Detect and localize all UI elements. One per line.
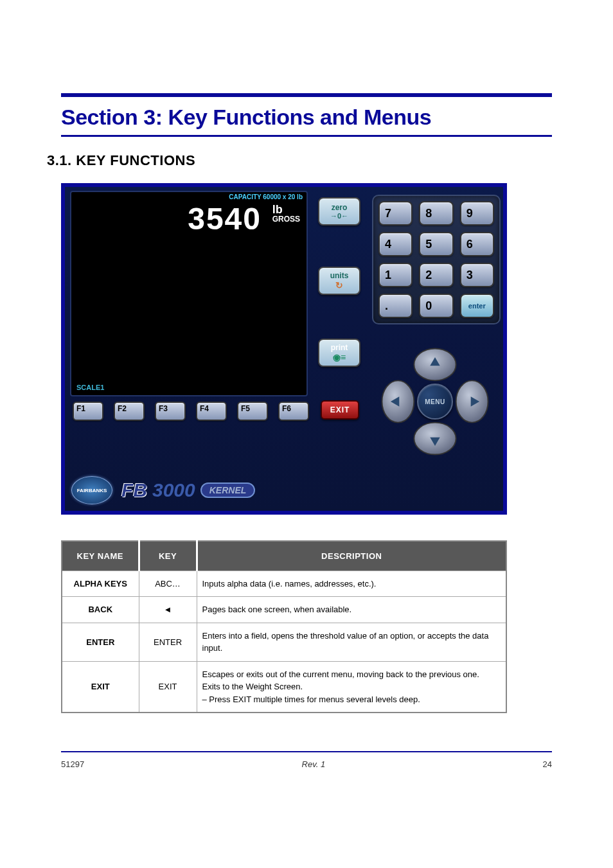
exit-button[interactable]: EXIT: [321, 400, 359, 420]
cell-desc: Pages back one screen, when available.: [197, 597, 506, 623]
function-keys-row: F1 F2 F3 F4 F5 F6: [73, 402, 309, 421]
table-row: ALPHA KEYS ABC… Inputs alpha data (i.e. …: [62, 571, 506, 597]
brand-fb: FB: [121, 479, 147, 501]
key-9[interactable]: 9: [460, 201, 494, 226]
f5-key[interactable]: F5: [237, 402, 268, 421]
footer-revision: Rev. 1: [302, 759, 326, 769]
key-5[interactable]: 5: [419, 232, 453, 256]
footer-page-num: 24: [543, 759, 552, 769]
th-key: KEY: [139, 541, 197, 571]
units-button-label: units: [330, 271, 349, 280]
menu-button[interactable]: MENU: [417, 384, 453, 420]
footer-row: 51297 Rev. 1 24: [61, 759, 552, 769]
dpad: MENU: [373, 340, 497, 463]
fairbanks-logo: FAIRBANKS: [71, 476, 112, 504]
cell-key: ABC…: [139, 571, 197, 597]
cell-keyname: EXIT: [62, 661, 139, 713]
unit-lb: lb: [272, 204, 300, 215]
key-enter[interactable]: enter: [460, 294, 494, 318]
key-1[interactable]: 1: [378, 263, 413, 287]
brand-text: FB3000 KERNEL: [121, 479, 255, 501]
cell-desc: Escapes or exits out of the current menu…: [197, 661, 506, 713]
cell-keyname: BACK: [62, 597, 139, 623]
cell-keyname: ENTER: [62, 623, 139, 661]
zero-button-label: zero: [332, 203, 348, 212]
f4-key[interactable]: F4: [196, 402, 227, 421]
subsection-title: 3.1. KEY FUNCTIONS: [47, 152, 552, 169]
capacity-label: CAPACITY 60000 x 20 lb: [229, 193, 303, 200]
device-screenshot: CAPACITY 60000 x 20 lb 3540 lb GROSS SCA…: [61, 183, 507, 515]
cell-key: ENTER: [139, 623, 197, 661]
table-row: ENTER ENTER Enters into a field, opens t…: [62, 623, 506, 661]
key-4[interactable]: 4: [378, 232, 413, 256]
units-icon: ↻: [335, 280, 343, 290]
key-8[interactable]: 8: [419, 201, 453, 226]
footer-doc-num: 51297: [61, 759, 84, 769]
weight-readout: 3540: [188, 201, 262, 236]
horizontal-rule-under: [61, 135, 552, 137]
cell-desc: Enters into a field, opens the threshold…: [197, 623, 506, 661]
print-button[interactable]: print ◉≡: [318, 339, 360, 367]
table-row: BACK ◄ Pages back one screen, when avail…: [62, 597, 506, 623]
key-dot[interactable]: .: [378, 294, 413, 318]
table-row: EXIT EXIT Escapes or exits out of the cu…: [62, 661, 506, 713]
print-button-label: print: [331, 343, 348, 352]
cell-keyname: ALPHA KEYS: [62, 571, 139, 597]
f2-key[interactable]: F2: [114, 402, 145, 421]
key-7[interactable]: 7: [378, 201, 413, 226]
cell-key: ◄: [139, 597, 197, 623]
brand-kernel: KERNEL: [200, 483, 256, 498]
footer-rule: [61, 751, 552, 752]
units-button[interactable]: units ↻: [318, 267, 360, 295]
zero-icon: →0←: [330, 212, 348, 220]
unit-gross: GROSS: [272, 215, 300, 223]
section-title: Section 3: Key Functions and Menus: [61, 101, 552, 135]
brand-area: FAIRBANKS FB3000 KERNEL: [71, 476, 255, 504]
f6-key[interactable]: F6: [278, 402, 309, 421]
cell-key: EXIT: [139, 661, 197, 713]
numeric-keypad: 7 8 9 4 5 6 1 2 3 . 0 enter: [372, 195, 501, 324]
key-3[interactable]: 3: [460, 263, 494, 287]
key-2[interactable]: 2: [419, 263, 453, 287]
key-0[interactable]: 0: [419, 294, 453, 318]
f1-key[interactable]: F1: [73, 402, 103, 421]
th-desc: DESCRIPTION: [197, 541, 506, 571]
cell-desc: Inputs alpha data (i.e. names, addresses…: [197, 571, 506, 597]
weight-display: CAPACITY 60000 x 20 lb 3540 lb GROSS SCA…: [70, 191, 308, 396]
brand-3000: 3000: [152, 479, 195, 501]
units-block: lb GROSS: [272, 204, 300, 223]
zero-button[interactable]: zero →0←: [318, 197, 360, 226]
f3-key[interactable]: F3: [155, 402, 186, 421]
th-keyname: KEY NAME: [62, 541, 139, 571]
print-icon: ◉≡: [333, 352, 346, 362]
scale-label: SCALE1: [76, 384, 104, 391]
key-6[interactable]: 6: [460, 232, 494, 256]
horizontal-rule-top: [61, 93, 552, 97]
key-functions-table: KEY NAME KEY DESCRIPTION ALPHA KEYS ABC……: [61, 540, 507, 713]
